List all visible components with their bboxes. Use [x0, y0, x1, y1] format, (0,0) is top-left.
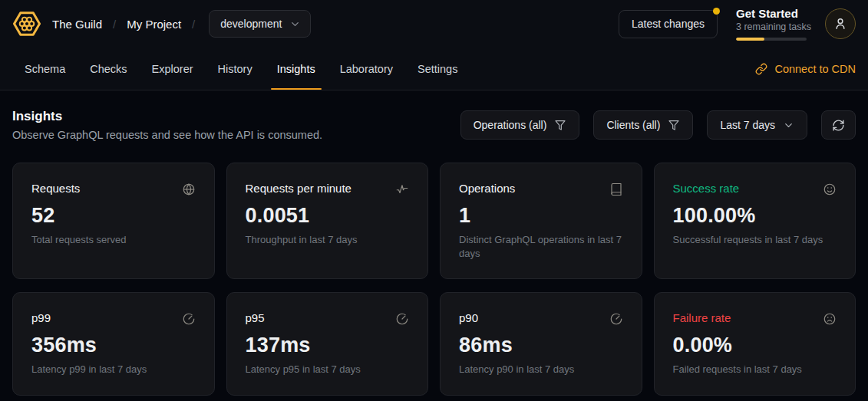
gauge-icon — [395, 312, 409, 326]
card-title: p95 — [246, 311, 265, 324]
tab-settings[interactable]: Settings — [405, 48, 470, 90]
card-value: 356ms — [31, 334, 196, 357]
get-started-title: Get Started — [736, 7, 807, 21]
stat-card-success-rate: Success rate 100.00% Successful requests… — [654, 163, 856, 279]
page-subtitle: Observe GraphQL requests and see how the… — [12, 129, 322, 141]
link-icon — [755, 63, 767, 75]
card-value: 0.00% — [673, 334, 837, 357]
gauge-icon — [182, 312, 196, 326]
refresh-icon — [832, 119, 845, 132]
breadcrumb-separator: / — [192, 18, 195, 31]
card-description: Failed requests in last 7 days — [673, 363, 837, 376]
card-title: Requests — [31, 182, 80, 195]
card-value: 137ms — [246, 334, 410, 357]
stat-card-failure-rate: Failure rate 0.00% Failed requests in la… — [654, 292, 856, 396]
tab-history[interactable]: History — [206, 48, 265, 90]
tab-schema[interactable]: Schema — [12, 48, 78, 90]
funnel-icon — [668, 119, 680, 131]
stat-card-p99: p99 356ms Latency p99 in last 7 days — [12, 292, 215, 396]
person-icon — [833, 16, 848, 31]
stat-card-p95: p95 137ms Latency p95 in last 7 days — [226, 292, 429, 396]
chevron-down-icon — [783, 120, 794, 131]
stat-card-p90: p90 86ms Latency p90 in last 7 days — [440, 292, 642, 396]
card-title: p99 — [31, 311, 51, 324]
card-value: 52 — [31, 204, 196, 228]
breadcrumb-project[interactable]: My Project — [127, 18, 181, 31]
tab-insights[interactable]: Insights — [265, 48, 328, 90]
card-value: 0.0051 — [246, 204, 410, 228]
get-started-widget[interactable]: Get Started 3 remaining tasks — [736, 7, 807, 41]
notification-dot — [713, 8, 720, 15]
stat-card-operations: Operations 1 Distinct GraphQL operations… — [440, 163, 642, 279]
activity-icon — [395, 182, 409, 196]
date-range-select[interactable]: Last 7 days — [707, 110, 807, 140]
card-description: Total requests served — [31, 233, 196, 247]
chevron-down-icon — [289, 18, 301, 30]
get-started-progress-fill — [736, 38, 764, 41]
connect-to-cdn-link[interactable]: Connect to CDN — [755, 48, 856, 90]
smile-icon — [823, 182, 837, 196]
card-value: 100.00% — [673, 204, 837, 228]
card-value: 86ms — [459, 334, 623, 357]
page-title-block: Insights Observe GraphQL requests and se… — [12, 109, 322, 141]
main-nav: Schema Checks Explorer History Insights … — [0, 48, 868, 90]
breadcrumb: The Guild / My Project / — [52, 18, 195, 31]
card-title: Success rate — [673, 182, 740, 195]
stat-card-requests-per-minute: Requests per minute 0.0051 Throughput in… — [226, 163, 429, 279]
breadcrumb-separator: / — [113, 18, 116, 31]
latest-changes-label: Latest changes — [632, 18, 705, 30]
guild-honeycomb-logo[interactable] — [12, 9, 41, 38]
user-avatar[interactable] — [825, 8, 856, 39]
book-icon — [609, 182, 623, 196]
insights-page: Insights Observe GraphQL requests and se… — [0, 90, 868, 396]
globe-icon — [182, 182, 196, 196]
date-range-value: Last 7 days — [720, 119, 775, 131]
frown-icon — [823, 312, 837, 326]
card-description: Distinct GraphQL operations in last 7 da… — [459, 233, 623, 260]
card-value: 1 — [459, 204, 623, 228]
operations-filter-label: Operations (all) — [474, 119, 547, 131]
clients-filter-button[interactable]: Clients (all) — [593, 110, 693, 140]
target-select[interactable]: development — [209, 10, 311, 38]
card-description: Throughput in last 7 days — [246, 233, 410, 247]
tab-explorer[interactable]: Explorer — [140, 48, 206, 90]
refresh-button[interactable] — [821, 110, 856, 140]
target-select-value: development — [220, 18, 282, 30]
latest-changes-button[interactable]: Latest changes — [619, 10, 718, 38]
operations-filter-button[interactable]: Operations (all) — [460, 110, 580, 140]
funnel-icon — [554, 119, 566, 131]
card-description: Latency p90 in last 7 days — [459, 363, 623, 376]
card-title: Requests per minute — [246, 182, 351, 195]
card-description: Latency p99 in last 7 days — [31, 363, 196, 376]
stats-card-grid: Requests 52 Total requests served Reques… — [12, 163, 856, 396]
tab-checks[interactable]: Checks — [78, 48, 139, 90]
card-description: Successful requests in last 7 days — [673, 233, 837, 247]
stat-card-requests: Requests 52 Total requests served — [12, 163, 215, 279]
clients-filter-label: Clients (all) — [606, 119, 660, 131]
card-title: Operations — [459, 182, 515, 195]
card-title: p90 — [459, 311, 478, 324]
tab-laboratory[interactable]: Laboratory — [328, 48, 405, 90]
gauge-icon — [609, 312, 623, 326]
top-header: The Guild / My Project / development Lat… — [0, 0, 868, 48]
filters-toolbar: Operations (all) Clients (all) Last 7 da… — [460, 110, 856, 140]
page-title: Insights — [12, 109, 322, 124]
connect-to-cdn-label: Connect to CDN — [774, 63, 856, 75]
get-started-progress-bar — [736, 38, 807, 41]
card-description: Latency p95 in last 7 days — [246, 363, 410, 376]
get-started-remaining-tasks: 3 remaining tasks — [736, 21, 807, 32]
card-title: Failure rate — [673, 311, 731, 324]
breadcrumb-org[interactable]: The Guild — [52, 18, 102, 31]
